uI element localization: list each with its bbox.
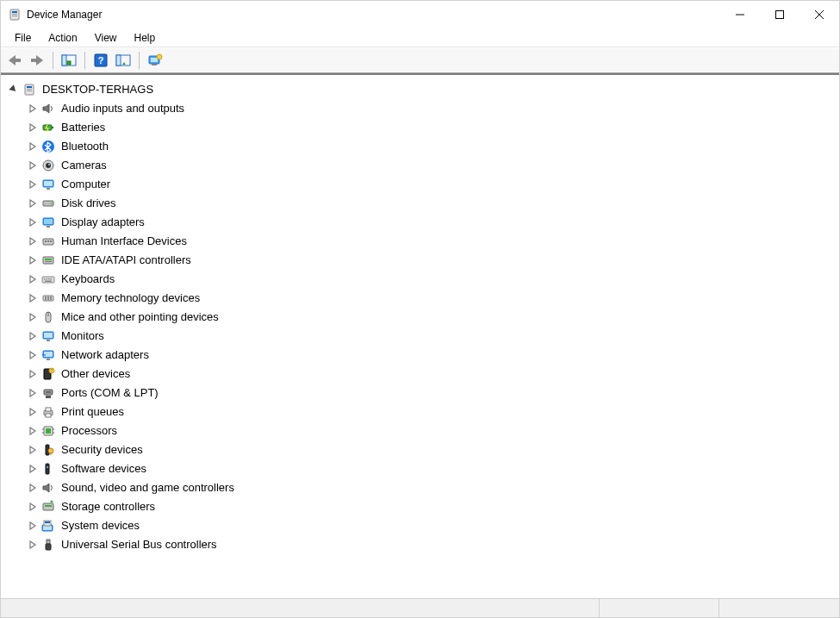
svg-rect-11 <box>62 55 66 66</box>
svg-rect-55 <box>50 297 52 300</box>
tree-category-node[interactable]: Bluetooth <box>27 137 836 156</box>
maximize-button[interactable] <box>760 1 800 28</box>
expand-collapse-icon[interactable] <box>27 539 39 551</box>
tree-category-node[interactable]: IDE ATA/ATAPI controllers <box>27 251 836 270</box>
expand-collapse-icon[interactable] <box>27 349 39 361</box>
expand-collapse-icon[interactable] <box>27 292 39 304</box>
tree-category-node[interactable]: Print queues <box>27 403 836 421</box>
expand-collapse-icon[interactable] <box>27 406 39 418</box>
show-hide-tree-button[interactable] <box>59 50 79 71</box>
expand-collapse-icon[interactable] <box>27 330 39 342</box>
tree-category-node[interactable]: Processors <box>27 421 836 440</box>
expand-collapse-icon[interactable] <box>27 368 39 380</box>
tree-category-label: IDE ATA/ATAPI controllers <box>59 250 193 271</box>
menu-help[interactable]: Help <box>126 30 165 46</box>
svg-rect-45 <box>45 261 52 262</box>
expand-collapse-icon[interactable] <box>27 140 39 153</box>
tree-category-label: Mice and other pointing devices <box>59 307 221 328</box>
tree-category-node[interactable]: Audio inputs and outputs <box>27 99 836 118</box>
tree-root-node[interactable]: DESKTOP-TERHAGS <box>8 80 836 99</box>
expand-collapse-icon[interactable] <box>27 103 39 115</box>
mouse-icon <box>40 309 56 325</box>
help-toolbar-button[interactable]: ? <box>90 50 111 71</box>
tree-category-node[interactable]: Display adapters <box>27 213 836 232</box>
disk-icon <box>40 196 56 211</box>
tree-category-node[interactable]: Ports (COM & LPT) <box>27 384 836 403</box>
expand-collapse-icon[interactable] <box>8 84 20 96</box>
tree-category-label: Display adapters <box>59 212 146 233</box>
svg-rect-74 <box>46 414 51 417</box>
tree-category-node[interactable]: Sound, video and game controllers <box>27 478 836 497</box>
tree-category-node[interactable]: ?Other devices <box>27 365 836 384</box>
svg-point-70 <box>49 391 51 393</box>
tree-category-node[interactable]: Cameras <box>27 156 836 175</box>
svg-rect-49 <box>48 278 50 280</box>
expand-collapse-icon[interactable] <box>27 520 39 532</box>
expand-collapse-icon[interactable] <box>27 444 39 456</box>
forward-button[interactable] <box>27 50 47 71</box>
svg-rect-94 <box>47 540 48 541</box>
minimize-button[interactable] <box>720 1 760 28</box>
cpu-icon <box>40 423 56 439</box>
tree-category-node[interactable]: Memory technology devices <box>27 289 836 308</box>
tree-category-node[interactable]: Software devices <box>27 459 836 478</box>
tree-category-node[interactable]: Universal Serial Bus controllers <box>27 535 836 554</box>
expand-collapse-icon[interactable] <box>27 254 39 266</box>
svg-point-68 <box>46 391 47 393</box>
tree-category-label: Batteries <box>59 117 107 138</box>
tree-category-label: Processors <box>59 421 119 441</box>
expand-collapse-icon[interactable] <box>27 501 39 513</box>
monitor-icon <box>40 177 56 192</box>
expand-collapse-icon[interactable] <box>27 159 39 172</box>
svg-rect-19 <box>152 64 157 66</box>
svg-point-35 <box>51 203 53 204</box>
menu-view[interactable]: View <box>86 30 126 46</box>
expand-collapse-icon[interactable] <box>27 482 39 494</box>
expand-collapse-icon[interactable] <box>27 463 39 475</box>
properties-toolbar-button[interactable] <box>113 50 134 71</box>
tree-category-node[interactable]: Keyboards <box>27 270 836 289</box>
tree-category-node[interactable]: Mice and other pointing devices <box>27 308 836 327</box>
svg-rect-51 <box>45 281 52 283</box>
memory-icon <box>40 290 56 306</box>
tree-category-label: Computer <box>59 174 112 195</box>
battery-icon <box>40 120 56 135</box>
expand-collapse-icon[interactable] <box>27 311 39 323</box>
expand-collapse-icon[interactable] <box>27 122 39 134</box>
menu-action[interactable]: Action <box>40 30 85 46</box>
back-button[interactable] <box>4 50 25 71</box>
svg-point-29 <box>46 163 51 168</box>
tree-category-node[interactable]: Security devices <box>27 440 836 459</box>
expand-collapse-icon[interactable] <box>27 197 39 209</box>
tree-category-node[interactable]: System devices <box>27 516 836 535</box>
expand-collapse-icon[interactable] <box>27 425 39 437</box>
tree-category-node[interactable]: Monitors <box>27 327 836 346</box>
expand-collapse-icon[interactable] <box>27 178 39 190</box>
tree-category-node[interactable]: Storage controllers <box>27 497 836 516</box>
expand-collapse-icon[interactable] <box>27 387 39 399</box>
close-button[interactable] <box>800 1 839 28</box>
tree-category-node[interactable]: Batteries <box>27 118 836 137</box>
svg-rect-32 <box>44 181 53 186</box>
svg-rect-24 <box>27 91 32 91</box>
scan-hardware-button[interactable] <box>145 50 165 71</box>
tree-category-node[interactable]: Network adapters <box>27 346 836 365</box>
device-tree[interactable]: DESKTOP-TERHAGS Audio inputs and outputs… <box>3 77 837 558</box>
tree-category-label: Bluetooth <box>59 136 110 157</box>
tree-category-node[interactable]: Computer <box>27 175 836 194</box>
statusbar-cell <box>719 599 839 617</box>
menu-file[interactable]: File <box>6 30 40 46</box>
expand-collapse-icon[interactable] <box>27 235 39 247</box>
expand-collapse-icon[interactable] <box>27 273 39 285</box>
toolbar-separator <box>139 52 140 69</box>
tree-category-node[interactable]: Disk drives <box>27 194 836 213</box>
svg-rect-41 <box>47 240 49 242</box>
display-icon <box>40 215 56 230</box>
tree-category-node[interactable]: Human Interface Devices <box>27 232 836 251</box>
expand-collapse-icon[interactable] <box>27 216 39 228</box>
svg-point-85 <box>47 466 48 468</box>
tree-category-label: Print queues <box>59 402 126 422</box>
svg-rect-5 <box>776 11 784 19</box>
svg-rect-83 <box>51 453 52 455</box>
tree-category-label: Monitors <box>59 326 106 346</box>
